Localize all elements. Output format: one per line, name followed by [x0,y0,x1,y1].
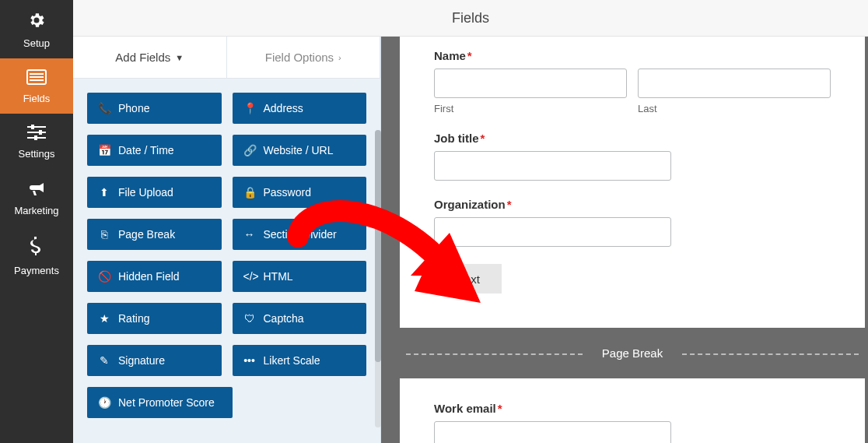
link-icon: 🔗 [243,144,256,156]
sidebar-item-marketing[interactable]: Marketing [0,169,73,226]
lock-icon: 🔒 [243,186,256,199]
sidebar-label: Fields [23,93,51,104]
sidebar-item-fields[interactable]: Fields [0,58,73,114]
field-nps[interactable]: 🕐Net Promoter Score [87,387,233,418]
field-password[interactable]: 🔒Password [233,177,367,208]
bullhorn-icon [27,180,46,200]
svg-rect-7 [31,125,34,129]
tab-field-options[interactable]: Field Options › [227,37,381,79]
field-date-time[interactable]: 📅Date / Time [87,135,222,166]
sliders-icon [27,125,46,143]
add-fields-panel: Add Fields ▼ Field Options › 📞Phone [73,37,381,443]
first-sublabel: First [434,103,627,114]
form-field-organization[interactable]: Organization* [434,198,831,247]
page-break-icon: ⎘ [98,228,110,241]
svg-rect-4 [27,126,46,128]
sidebar-item-setup[interactable]: Setup [0,0,73,58]
required-indicator: * [481,132,485,145]
next-button[interactable]: Next [434,264,502,294]
code-icon: </> [243,270,256,283]
field-likert-scale[interactable]: •••Likert Scale [233,345,367,376]
first-name-input[interactable] [434,69,627,98]
form-field-work-email[interactable]: Work email* [434,402,831,443]
field-html[interactable]: </>HTML [233,261,367,292]
sidebar-item-settings[interactable]: Settings [0,114,73,169]
organization-input[interactable] [434,217,671,247]
last-sublabel: Last [638,103,831,114]
pin-icon: 📍 [243,102,256,114]
phone-icon: 📞 [98,102,110,114]
eye-slash-icon: 🚫 [98,270,110,283]
divider-icon: ↔ [243,228,256,241]
form-page-2: Work email* [400,378,865,443]
dots-icon: ••• [243,354,256,367]
left-scrollbar[interactable] [375,130,381,427]
field-signature[interactable]: ✎Signature [87,345,222,376]
form-field-name[interactable]: Name* First Last [434,49,831,114]
sidebar-label: Marketing [14,205,58,216]
form-page-1: Name* First Last [400,37,865,328]
last-name-input[interactable] [638,69,831,98]
panel-tabs: Add Fields ▼ Field Options › [73,37,380,79]
calendar-icon: 📅 [98,144,110,156]
field-page-break[interactable]: ⎘Page Break [87,219,222,250]
upload-icon: ⬆ [98,186,110,199]
dollar-icon [30,237,43,260]
required-indicator: * [507,198,512,211]
svg-rect-2 [30,76,44,78]
field-phone[interactable]: 📞Phone [87,93,222,124]
svg-rect-9 [34,135,37,140]
fields-grid: 📞Phone 📍Address 📅Date / Time 🔗Website / … [73,79,380,443]
star-icon: ★ [98,312,110,325]
field-hidden[interactable]: 🚫Hidden Field [87,261,222,292]
preview-scroll[interactable]: Name* First Last [400,37,865,443]
svg-rect-5 [27,132,46,133]
field-file-upload[interactable]: ⬆File Upload [87,177,222,208]
chevron-down-icon: ▼ [175,53,184,62]
form-field-job-title[interactable]: Job title* [434,132,831,181]
svg-rect-8 [39,130,42,135]
page-break-divider[interactable]: Page Break [400,328,865,378]
sidebar-label: Setup [23,37,50,49]
page-title: Fields [452,10,489,26]
shield-icon: 🛡 [243,312,256,325]
pencil-icon: ✎ [98,354,110,367]
field-captcha[interactable]: 🛡Captcha [233,303,367,334]
sidebar-item-payments[interactable]: Payments [0,226,73,286]
field-address[interactable]: 📍Address [233,93,367,124]
job-title-input[interactable] [434,151,671,181]
svg-rect-3 [30,79,44,81]
list-icon [26,69,47,88]
svg-rect-1 [30,73,44,75]
sidebar-label: Payments [14,265,59,276]
field-website-url[interactable]: 🔗Website / URL [233,135,367,166]
form-preview-area: Name* First Last [381,37,868,443]
required-indicator: * [498,402,502,415]
topbar: Fields [73,0,868,37]
tab-add-fields[interactable]: Add Fields ▼ [73,37,227,79]
required-indicator: * [467,49,472,62]
field-section-divider[interactable]: ↔Section Divider [233,219,367,250]
gear-icon [27,11,46,33]
chevron-right-icon: › [338,53,341,62]
sidebar-label: Settings [19,148,55,160]
field-rating[interactable]: ★Rating [87,303,222,334]
work-email-input[interactable] [434,421,671,443]
gauge-icon: 🕐 [98,396,110,409]
left-nav-sidebar: Setup Fields Settings Marketing Payments [0,0,73,443]
